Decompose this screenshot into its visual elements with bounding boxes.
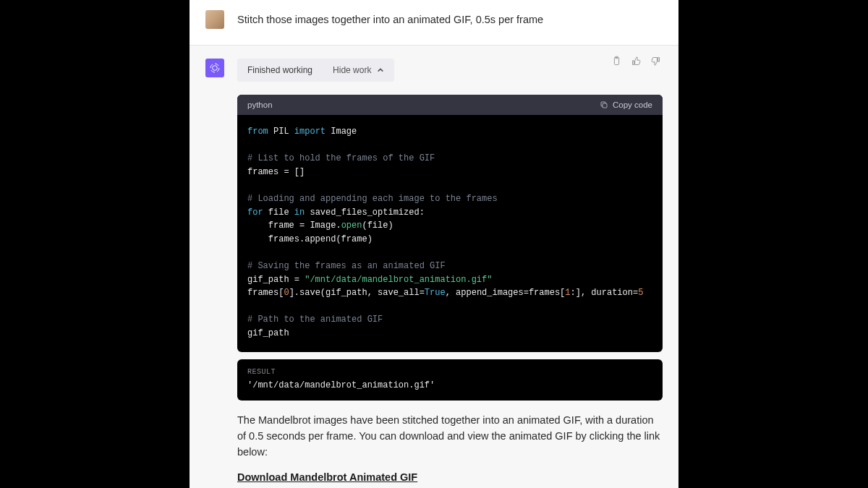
assistant-content: Finished working Hide work python Copy c…: [237, 59, 663, 484]
thumbs-up-icon[interactable]: [631, 56, 642, 69]
assistant-avatar: [205, 59, 224, 77]
copy-icon: [600, 100, 608, 109]
code-body[interactable]: from PIL import Image # List to hold the…: [237, 115, 663, 352]
hide-work-label: Hide work: [333, 65, 371, 75]
download-link[interactable]: Download Mandelbrot Animated GIF: [237, 471, 417, 483]
copy-code-button[interactable]: Copy code: [600, 100, 652, 109]
svg-point-0: [213, 66, 218, 71]
assistant-response-text: The Mandelbrot images have been stitched…: [237, 412, 663, 461]
code-header: python Copy code: [237, 95, 663, 115]
user-message-row: Stitch those images together into an ani…: [190, 0, 678, 46]
result-value: '/mnt/data/mandelbrot_animation.gif': [247, 380, 652, 390]
thumbs-down-icon[interactable]: [650, 56, 661, 69]
user-message-text: Stitch those images together into an ani…: [237, 14, 543, 25]
code-language-label: python: [247, 100, 273, 109]
chat-container: Stitch those images together into an ani…: [190, 0, 678, 488]
svg-rect-3: [603, 103, 607, 108]
chevron-up-icon: [377, 67, 384, 74]
user-avatar: [205, 10, 224, 29]
code-block: python Copy code from PIL import Image #…: [237, 95, 663, 352]
assistant-message-row: Finished working Hide work python Copy c…: [190, 46, 678, 488]
hide-work-toggle[interactable]: Hide work: [333, 65, 384, 75]
clipboard-icon[interactable]: [611, 56, 622, 69]
work-status-label: Finished working: [247, 65, 312, 75]
message-actions: [611, 56, 661, 69]
openai-logo-icon: [209, 62, 221, 74]
result-block: RESULT '/mnt/data/mandelbrot_animation.g…: [237, 359, 663, 401]
result-label: RESULT: [247, 368, 652, 376]
copy-code-label: Copy code: [613, 100, 652, 109]
work-status-pill: Finished working Hide work: [237, 59, 394, 82]
